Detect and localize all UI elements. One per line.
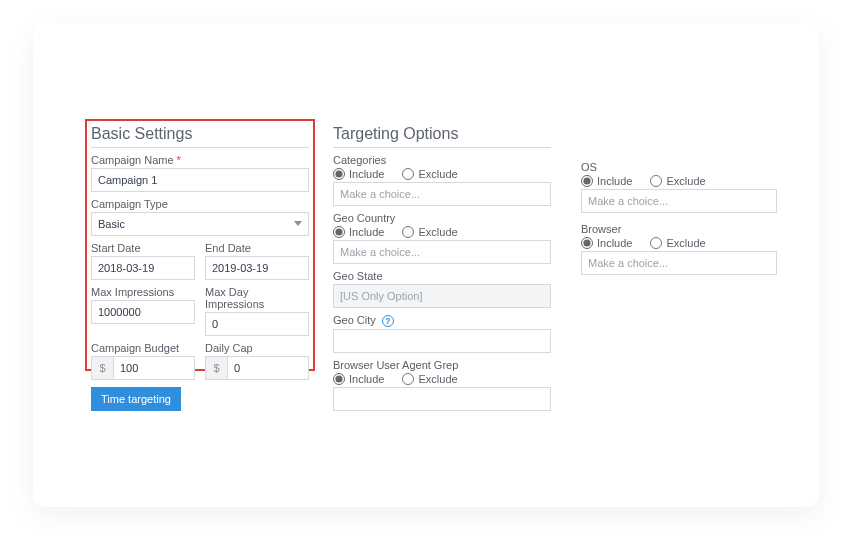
- end-date-input[interactable]: [205, 256, 309, 280]
- geo-city-input[interactable]: [333, 329, 551, 353]
- max-impressions-label: Max Impressions: [91, 286, 195, 298]
- campaign-name-label: Campaign Name*: [91, 154, 309, 166]
- browser-exclude-radio[interactable]: Exclude: [650, 237, 705, 249]
- campaign-name-input[interactable]: [91, 168, 309, 192]
- browser-ua-exclude-radio[interactable]: Exclude: [402, 373, 457, 385]
- browser-ua-input[interactable]: [333, 387, 551, 411]
- geo-state-input: [US Only Option]: [333, 284, 551, 308]
- geo-country-include-radio[interactable]: Include: [333, 226, 384, 238]
- max-day-impressions-label: Max Day Impressions: [205, 286, 309, 310]
- start-date-label: Start Date: [91, 242, 195, 254]
- categories-label: Categories: [333, 154, 551, 166]
- geo-country-mode-radio-group: Include Exclude: [333, 226, 551, 238]
- start-date-input[interactable]: [91, 256, 195, 280]
- categories-include-radio[interactable]: Include: [333, 168, 384, 180]
- geo-country-exclude-radio[interactable]: Exclude: [402, 226, 457, 238]
- browser-input[interactable]: Make a choice...: [581, 251, 777, 275]
- basic-settings-section: Basic Settings Campaign Name* Campaign T…: [91, 123, 309, 380]
- campaign-type-label: Campaign Type: [91, 198, 309, 210]
- campaign-budget-input[interactable]: [113, 356, 195, 380]
- browser-ua-label: Browser User Agent Grep: [333, 359, 551, 371]
- browser-ua-include-radio[interactable]: Include: [333, 373, 384, 385]
- os-input[interactable]: Make a choice...: [581, 189, 777, 213]
- categories-input[interactable]: Make a choice...: [333, 182, 551, 206]
- daily-cap-label: Daily Cap: [205, 342, 309, 354]
- geo-country-input[interactable]: Make a choice...: [333, 240, 551, 264]
- campaign-budget-label: Campaign Budget: [91, 342, 195, 354]
- help-icon[interactable]: ?: [382, 315, 394, 327]
- os-label: OS: [581, 161, 777, 173]
- os-exclude-radio[interactable]: Exclude: [650, 175, 705, 187]
- daily-cap-input[interactable]: [227, 356, 309, 380]
- currency-prefix: $: [91, 356, 113, 380]
- categories-exclude-radio[interactable]: Exclude: [402, 168, 457, 180]
- end-date-label: End Date: [205, 242, 309, 254]
- basic-settings-title: Basic Settings: [91, 123, 309, 148]
- targeting-options-title: Targeting Options: [333, 123, 551, 148]
- currency-prefix-2: $: [205, 356, 227, 380]
- browser-include-radio[interactable]: Include: [581, 237, 632, 249]
- right-column: OS Include Exclude Make a choice... Brow…: [581, 155, 777, 275]
- geo-country-label: Geo Country: [333, 212, 551, 224]
- os-include-radio[interactable]: Include: [581, 175, 632, 187]
- browser-mode-radio-group: Include Exclude: [581, 237, 777, 249]
- geo-state-label: Geo State: [333, 270, 551, 282]
- required-asterisk: *: [177, 154, 181, 166]
- campaign-type-select[interactable]: Basic: [91, 212, 309, 236]
- browser-label: Browser: [581, 223, 777, 235]
- max-day-impressions-input[interactable]: [205, 312, 309, 336]
- max-impressions-input[interactable]: [91, 300, 195, 324]
- time-targeting-button[interactable]: Time targeting: [91, 387, 181, 411]
- categories-mode-radio-group: Include Exclude: [333, 168, 551, 180]
- geo-city-label: Geo City ?: [333, 314, 551, 327]
- browser-ua-mode-radio-group: Include Exclude: [333, 373, 551, 385]
- targeting-options-section: Targeting Options Categories Include Exc…: [333, 123, 551, 411]
- os-mode-radio-group: Include Exclude: [581, 175, 777, 187]
- campaign-type-select-wrap: Basic: [91, 212, 309, 236]
